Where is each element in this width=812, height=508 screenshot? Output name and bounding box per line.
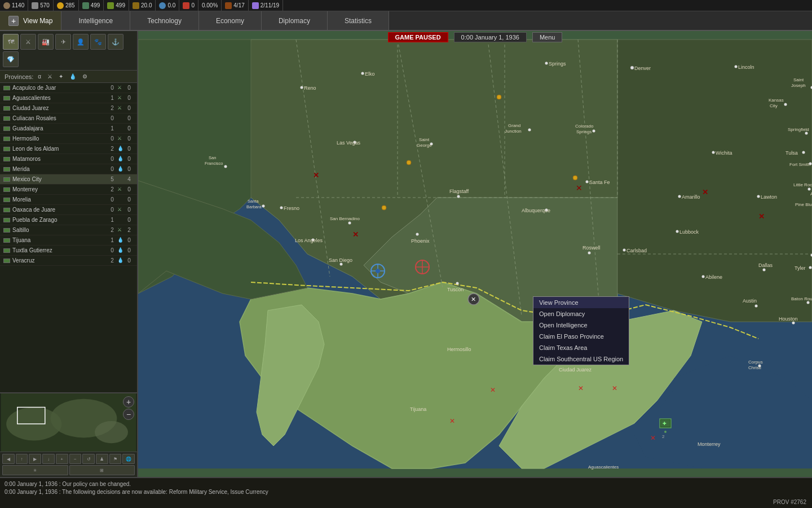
context-menu: View Province Open Diplomacy Open Intell…: [533, 296, 629, 365]
svg-text:Denver: Denver: [634, 65, 651, 71]
sort-alpha[interactable]: α: [36, 73, 43, 80]
tab-view-map[interactable]: + View Map: [0, 11, 61, 30]
nav-btn-7[interactable]: ↺: [82, 454, 95, 464]
soldier-icon: ⚔: [117, 85, 124, 91]
province-row[interactable]: Saltillo 2 ⚔ 2: [0, 225, 137, 235]
map-icon-political[interactable]: ⚔: [20, 34, 36, 50]
svg-text:Tulsa: Tulsa: [785, 150, 798, 156]
cm-claim-southcentral[interactable]: Claim Southcentral US Region: [533, 353, 629, 365]
svg-text:Joseph: Joseph: [791, 83, 806, 88]
map-view-icons-row: 🗺 ⚔ 🏭 ✈ 👤 🐾 ⚓ 💎: [0, 31, 137, 71]
tab-statistics[interactable]: Statistics: [328, 11, 389, 30]
province-row[interactable]: Leon de los Aldam 2 💧 0: [0, 144, 137, 154]
sort-special[interactable]: ✦: [57, 73, 65, 80]
sort-military[interactable]: ⚔: [46, 73, 54, 80]
map-icon-supply[interactable]: 🐾: [90, 34, 106, 50]
nav-btn-1[interactable]: ◀: [2, 454, 15, 464]
water-icon: 💧: [117, 166, 124, 173]
province-val2: 0: [125, 166, 134, 172]
minimap-controls: + −: [123, 396, 134, 420]
map-icon-terrain[interactable]: 🗺: [3, 34, 19, 50]
zoom-out-button[interactable]: −: [123, 409, 134, 420]
tab-intelligence[interactable]: Intelligence: [61, 11, 130, 30]
province-name: Monterrey: [12, 186, 108, 192]
manpower-icon: [3, 2, 10, 9]
sort-industry[interactable]: ⚙: [81, 73, 89, 80]
map-icon-units[interactable]: 👤: [73, 34, 89, 50]
diplo-icon: [183, 2, 189, 9]
svg-point-65: [457, 195, 460, 198]
province-row[interactable]: Matamoros 0 💧 0: [0, 154, 137, 164]
nav-btn-8[interactable]: ♟: [96, 454, 108, 464]
province-row[interactable]: Guadalajara 1 0: [0, 124, 137, 134]
nav-btn-4[interactable]: ↓: [42, 454, 55, 464]
svg-point-63: [280, 207, 283, 209]
svg-text:Elko: Elko: [365, 71, 375, 77]
province-row[interactable]: Acapulco de Juar 0 ⚔ 0: [0, 83, 137, 93]
cm-open-intelligence[interactable]: Open Intelligence: [533, 319, 629, 331]
tab-economy[interactable]: Economy: [199, 11, 262, 30]
province-row[interactable]: Ciudad Juarez 2 ⚔ 0: [0, 103, 137, 113]
svg-text:✕: ✕: [490, 386, 496, 394]
province-name: Merida: [12, 166, 108, 172]
province-row[interactable]: Veracruz 2 💧 0: [0, 256, 137, 266]
svg-text:Ciudad Juarez: Ciudad Juarez: [559, 367, 592, 373]
nav-bar: + View Map Intelligence Technology Econo…: [0, 11, 812, 31]
province-row[interactable]: Monterrey 2 ⚔ 0: [0, 185, 137, 195]
svg-text:Carlsbad: Carlsbad: [626, 248, 647, 253]
svg-text:Pine Bluff: Pine Bluff: [795, 202, 812, 207]
tab-diplomacy[interactable]: Diplomacy: [262, 11, 328, 30]
map-icon-naval[interactable]: ⚓: [108, 34, 123, 50]
soldier-icon: ⚔: [117, 105, 124, 112]
tab-technology[interactable]: Technology: [130, 11, 199, 30]
svg-point-109: [792, 322, 795, 325]
nav-btn-2[interactable]: ↑: [16, 454, 28, 464]
province-flag: [3, 198, 10, 202]
date-display: 0:00 January 1, 1936: [454, 32, 527, 42]
cm-claim-elpaso[interactable]: Claim El Paso Province: [533, 331, 629, 342]
svg-text:Springs: Springs: [549, 61, 566, 67]
svg-text:Flagstaff: Flagstaff: [449, 189, 469, 194]
svg-text:Junction: Junction: [505, 129, 522, 134]
svg-text:Wichita: Wichita: [716, 150, 732, 156]
province-row[interactable]: Tijuana 1 💧 0: [0, 235, 137, 246]
province-row[interactable]: Tuxtla Gutierrez 0 💧 0: [0, 246, 137, 256]
nav-btn-11[interactable]: ≡: [2, 465, 68, 475]
svg-point-92: [340, 263, 343, 266]
province-row[interactable]: Culiacan Rosales 0 0: [0, 113, 137, 124]
sort-water[interactable]: 💧: [68, 73, 78, 80]
nav-btn-9[interactable]: ⚑: [109, 454, 122, 464]
zoom-in-button[interactable]: +: [123, 396, 134, 408]
map-icon-industry[interactable]: 🏭: [38, 34, 54, 50]
map-icon-air[interactable]: ✈: [55, 34, 71, 50]
nav-btn-6[interactable]: −: [69, 454, 82, 464]
svg-text:Tijuana: Tijuana: [410, 406, 426, 412]
menu-button[interactable]: Menu: [532, 32, 563, 42]
nav-btn-12[interactable]: ⊞: [69, 465, 135, 475]
province-row[interactable]: Mexico City 5 4: [0, 174, 137, 185]
svg-text:Corpus: Corpus: [748, 360, 763, 365]
province-row[interactable]: Morelia 0 0: [0, 195, 137, 205]
province-flag: [3, 177, 10, 182]
province-row[interactable]: Hermosillo 0 ⚔ 0: [0, 134, 137, 144]
province-row[interactable]: Merida 0 💧 0: [0, 164, 137, 174]
province-row[interactable]: Aguascalientes 1 ⚔ 0: [0, 93, 137, 103]
nav-btn-5[interactable]: +: [56, 454, 68, 464]
province-val1: 0: [108, 196, 117, 203]
province-flag: [3, 126, 10, 131]
province-val2: 0: [125, 196, 134, 203]
water-icon: 💧: [117, 237, 124, 244]
svg-text:Monterrey: Monterrey: [698, 441, 721, 447]
province-row[interactable]: Oaxaca de Juare 0 ⚔ 0: [0, 205, 137, 215]
resource-supplies: 499: [104, 0, 129, 11]
nav-btn-3[interactable]: ▶: [29, 454, 41, 464]
map-icon-resource[interactable]: 💎: [3, 51, 19, 67]
province-row[interactable]: Puebla de Zarago 1 0: [0, 215, 137, 225]
cm-view-province[interactable]: View Province: [533, 297, 629, 308]
map-area[interactable]: Denver Reno Elko Springs Lincoln Kansas …: [138, 31, 812, 477]
add-map-view-button[interactable]: +: [8, 16, 19, 26]
nav-btn-10[interactable]: 🌐: [122, 454, 135, 464]
cm-open-diplomacy[interactable]: Open Diplomacy: [533, 308, 629, 319]
cm-claim-texas[interactable]: Claim Texas Area: [533, 342, 629, 353]
manpower-value: 1140: [12, 2, 24, 8]
